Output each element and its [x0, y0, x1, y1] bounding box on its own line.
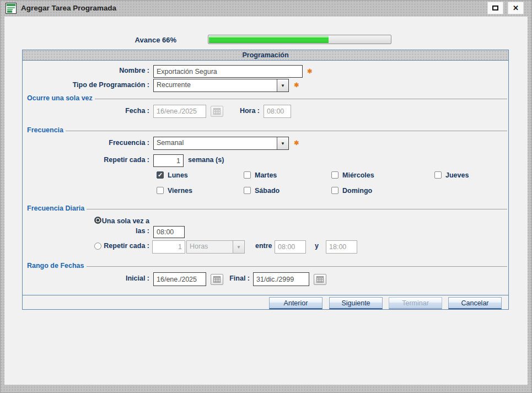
chevron-down-icon[interactable]: ▼ [233, 241, 244, 253]
anterior-button[interactable]: Anterior [269, 297, 323, 309]
progress-label: Avance 66% [60, 36, 176, 44]
entre-to-input[interactable] [326, 240, 357, 254]
programacion-panel: Programación Nombre : ✱ Tipo de Programa… [22, 50, 509, 310]
una-sola-vez-label: Una sola vez a las : [56, 216, 149, 236]
fieldset-rango-de-fechas: Rango de Fechas [27, 262, 507, 270]
terminar-button[interactable]: Terminar [389, 297, 442, 309]
entre-label: entre [255, 242, 272, 250]
tipo-required-asterisk: ✱ [294, 82, 299, 89]
checkbox-viernes-label: Viernes [168, 187, 192, 195]
fecha-label: Fecha : [23, 107, 149, 115]
chevron-down-icon[interactable]: ▼ [277, 79, 288, 91]
dialog-content: Avance 66% Programación Nombre : ✱ Tipo … [4, 17, 528, 385]
repetir-cada-label: Repetir cada : [23, 156, 149, 164]
tipo-programacion-label: Tipo de Programación : [23, 81, 149, 89]
fieldset-frecuencia: Frecuencia [27, 126, 507, 134]
maximize-icon [492, 6, 498, 10]
app-spreadsheet-icon [6, 3, 17, 14]
titlebar: Agregar Tarea Programada ✕ [0, 0, 532, 17]
final-label: Final : [210, 274, 250, 282]
y-label: y [315, 242, 319, 250]
daily-repetir-input[interactable] [152, 240, 185, 254]
chevron-down-icon[interactable]: ▼ [277, 137, 288, 149]
frecuencia-value: Semanal [154, 137, 277, 149]
fieldset-rule [66, 131, 507, 131]
repetir-unit-label: semana (s) [188, 156, 224, 164]
checkbox-domingo-label: Domingo [342, 187, 372, 195]
frecuencia-label: Frecuencia : [23, 139, 149, 147]
daily-repetir-label: Repetir cada : [56, 242, 149, 250]
fieldset-rule [95, 99, 507, 99]
siguiente-button[interactable]: Siguiente [329, 297, 383, 309]
maximize-button[interactable] [487, 2, 503, 14]
nombre-input[interactable] [153, 65, 303, 78]
cancelar-button[interactable]: Cancelar [448, 297, 502, 309]
hora-input[interactable] [264, 105, 291, 118]
panel-header: Programación [23, 50, 508, 61]
una-sola-vez-time-input[interactable] [153, 226, 185, 238]
checkbox-sabado-label: Sábado [255, 187, 280, 195]
hora-label: Hora : [221, 107, 260, 115]
checkbox-jueves[interactable] [434, 171, 442, 179]
checkbox-jueves-label: Jueves [445, 171, 469, 179]
calendar-icon [213, 108, 221, 115]
checkbox-sabado[interactable] [244, 187, 251, 194]
fieldset-legend: Frecuencia Diaria [27, 204, 84, 212]
fieldset-legend: Rango de Fechas [27, 262, 84, 270]
close-button[interactable]: ✕ [508, 2, 524, 14]
repetir-cada-input[interactable] [153, 154, 184, 167]
tipo-programacion-value: Recurrente [154, 79, 277, 91]
daily-unit-select[interactable]: Horas ▼ [186, 240, 245, 254]
daily-unit-value: Horas [187, 241, 233, 253]
tipo-programacion-select[interactable]: Recurrente ▼ [153, 79, 289, 92]
frecuencia-required-asterisk: ✱ [294, 139, 299, 147]
checkbox-lunes[interactable] [157, 171, 164, 179]
checkbox-viernes[interactable] [157, 187, 164, 194]
entre-from-input[interactable] [275, 240, 306, 254]
checkbox-domingo[interactable] [331, 187, 338, 194]
final-calendar-button[interactable] [314, 274, 326, 285]
inicial-input[interactable] [153, 272, 206, 286]
footer-divider [23, 295, 508, 295]
checkbox-lunes-label: Lunes [168, 171, 188, 179]
close-icon: ✕ [513, 4, 519, 12]
fieldset-frecuencia-diaria: Frecuencia Diaria [27, 204, 507, 212]
window-title: Agregar Tarea Programada [21, 4, 116, 12]
fieldset-rule [87, 209, 507, 209]
final-input[interactable] [253, 272, 309, 286]
progress-bar-fill [209, 36, 329, 43]
fieldset-ocurre-una-sola-vez: Ocurre una sola vez [27, 94, 507, 102]
checkbox-martes-label: Martes [255, 171, 277, 179]
fecha-input[interactable] [153, 105, 206, 118]
checkbox-martes[interactable] [244, 171, 251, 179]
nombre-label: Nombre : [23, 67, 149, 74]
fieldset-legend: Frecuencia [27, 126, 63, 134]
fieldset-legend: Ocurre una sola vez [27, 94, 93, 102]
progress-bar [208, 35, 391, 44]
fieldset-rule [87, 266, 508, 267]
frecuencia-select[interactable]: Semanal ▼ [153, 137, 289, 150]
nombre-required-asterisk: ✱ [307, 68, 312, 75]
inicial-label: Inicial : [23, 274, 149, 282]
calendar-icon [316, 276, 324, 283]
dialog-window: { "titlebar": { "title": "Agregar Tarea … [0, 0, 532, 393]
checkbox-miercoles[interactable] [331, 171, 338, 179]
checkbox-miercoles-label: Miércoles [342, 171, 374, 179]
